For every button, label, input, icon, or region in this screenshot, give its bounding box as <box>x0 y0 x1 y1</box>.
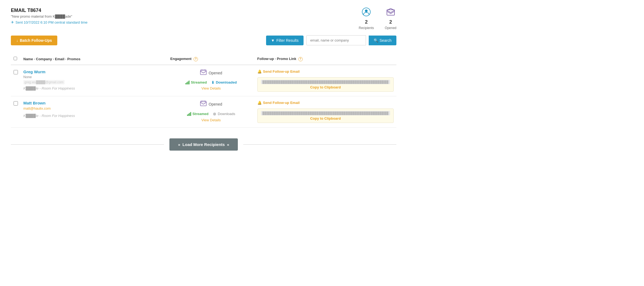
batch-arrow-icon: ↓ <box>16 38 18 43</box>
row2-name[interactable]: Matt Brown <box>23 101 165 105</box>
opened-label: Opened <box>385 26 396 30</box>
load-more-chevron-left: » <box>178 142 180 147</box>
row2-streamed-badge: Streamed <box>187 112 209 116</box>
load-more-line-left <box>11 144 164 145</box>
row1-send-followup[interactable]: 🔔 Send Follow-up Email <box>257 69 394 74</box>
recipients-label: Recipients <box>359 26 374 30</box>
row1-followup-cell: 🔔 Send Follow-up Email █████████████████… <box>255 65 396 96</box>
row1-streamed-badge: Streamed <box>185 80 207 84</box>
email-info: EMAIL T8674 "New promo material from K██… <box>11 8 87 24</box>
opened-envelope-icon <box>200 69 207 77</box>
row1-streamed-label: Streamed <box>191 80 207 84</box>
row1-view-details[interactable]: View Details <box>170 86 252 90</box>
search-input[interactable] <box>306 35 366 45</box>
row2-check-cell <box>11 96 21 127</box>
load-more-button[interactable]: » Load More Recipients « <box>169 138 238 151</box>
svg-point-1 <box>365 9 368 12</box>
row1-name[interactable]: Greg Wurm <box>23 69 165 74</box>
row1-check-cell <box>11 65 21 96</box>
table-row: Greg Wurm None greg.wu████@gmail.com K██… <box>11 65 396 96</box>
row1-promo-url: ████████████████████████████████████████… <box>261 80 390 84</box>
download-icon: ⬇ <box>211 80 214 85</box>
toolbar: ↓ Batch Follow-Ups ▼ Filter Results 🔍 Se… <box>11 35 396 45</box>
row2-view-details[interactable]: View Details <box>170 118 252 122</box>
load-more-label: Load More Recipients <box>182 142 225 147</box>
row1-name-cell: Greg Wurm None greg.wu████@gmail.com K██… <box>21 65 168 96</box>
row2-downloads-badge: ⊗ Downloads <box>213 112 235 116</box>
svg-rect-4 <box>200 102 206 106</box>
row1-opened-row: Opened <box>170 69 252 77</box>
select-all-checkbox[interactable] <box>14 57 17 60</box>
engagement-col-label: Engagement <box>170 57 191 61</box>
row1-opened-text: Opened <box>209 71 222 75</box>
table-header: Name · Company · Email · Promos Engageme… <box>11 53 396 65</box>
opened-icon <box>386 8 395 18</box>
row1-downloaded-label: Downloaded <box>216 80 237 84</box>
row2-downloaded-label: Downloads <box>218 112 235 116</box>
batch-followups-button[interactable]: ↓ Batch Follow-Ups <box>11 36 57 45</box>
row1-engagement-cell: Opened Streamed <box>168 65 254 96</box>
row2-media-row: Streamed ⊗ Downloads <box>170 112 252 116</box>
followup-col-label: Follow-up · Promo Link <box>257 57 296 61</box>
svg-rect-3 <box>200 71 206 75</box>
recipients-icon <box>362 8 371 18</box>
row2-followup-label: Send Follow-up Email <box>263 101 300 105</box>
recipients-list: Greg Wurm None greg.wu████@gmail.com K██… <box>11 65 396 128</box>
row1-copy-clipboard[interactable]: Copy to Clipboard <box>261 85 390 89</box>
filter-results-button[interactable]: ▼ Filter Results <box>266 36 304 45</box>
row2-engagement-cell: Opened Streamed <box>168 96 254 127</box>
batch-followups-label: Batch Follow-Ups <box>20 38 52 43</box>
row2-copy-clipboard[interactable]: Copy to Clipboard <box>261 116 390 120</box>
load-more-row: » Load More Recipients « <box>11 138 396 161</box>
row1-downloaded-badge: ⬇ Downloaded <box>211 80 237 85</box>
select-all-header <box>11 53 21 65</box>
bell-icon-2: 🔔 <box>257 101 262 105</box>
row1-media-row: Streamed ⬇ Downloaded <box>170 80 252 85</box>
page-header: EMAIL T8674 "New promo material from K██… <box>11 8 396 30</box>
row1-promo: K████le - Room For Happiness <box>23 86 165 90</box>
row2-followup-cell: 🔔 Send Follow-up Email █████████████████… <box>255 96 396 127</box>
engagement-help-icon[interactable]: ? <box>194 57 198 61</box>
filter-results-label: Filter Results <box>276 38 299 43</box>
streamed-bar-icon-2 <box>187 112 191 116</box>
row2-streamed-label: Streamed <box>192 112 209 116</box>
engagement-column-header: Engagement ? <box>168 53 254 65</box>
name-col-label: Name · Company · Email · Promos <box>23 57 80 61</box>
row2-promo-link-box: ████████████████████████████████████████… <box>257 109 394 123</box>
opened-envelope-icon-2 <box>200 101 207 108</box>
followup-column-header: Follow-up · Promo Link ? <box>255 53 396 65</box>
recipients-count: 2 <box>365 19 368 25</box>
header-stats: 2 Recipients 2 Opened <box>359 8 396 30</box>
row2-email: matt@haulix.com <box>23 106 165 110</box>
row2-opened-text: Opened <box>209 102 222 106</box>
row2-opened-row: Opened <box>170 101 252 108</box>
row1-company: None <box>23 75 165 79</box>
row1-followup-label: Send Follow-up Email <box>263 69 300 74</box>
search-button[interactable]: 🔍 Search <box>369 36 396 45</box>
load-more-line-right <box>243 144 396 145</box>
row2-checkbox[interactable] <box>14 101 18 106</box>
email-sent: ✈ Sent 10/7/2022 6:10 PM central standar… <box>11 20 87 24</box>
filter-icon: ▼ <box>271 38 275 43</box>
row1-promo-link-box: ████████████████████████████████████████… <box>257 77 394 92</box>
sent-text: Sent 10/7/2022 6:10 PM central standard … <box>15 20 87 24</box>
email-title: EMAIL T8674 <box>11 8 87 13</box>
search-icon: 🔍 <box>374 38 378 43</box>
row2-promo-url: ████████████████████████████████████████… <box>261 111 390 115</box>
name-column-header: Name · Company · Email · Promos <box>21 53 168 65</box>
search-label: Search <box>380 38 392 43</box>
send-icon: ✈ <box>11 20 14 24</box>
streamed-bar-icon <box>185 81 190 84</box>
bell-icon: 🔔 <box>257 69 262 74</box>
followup-help-icon[interactable]: ? <box>298 57 303 61</box>
table-row: Matt Brown matt@haulix.com K████le - Roo… <box>11 96 396 127</box>
row2-name-cell: Matt Brown matt@haulix.com K████le - Roo… <box>21 96 168 127</box>
row2-send-followup[interactable]: 🔔 Send Follow-up Email <box>257 101 394 105</box>
row1-checkbox[interactable] <box>14 70 18 74</box>
row2-promo: K████le - Room For Happiness <box>23 114 165 118</box>
toolbar-right: ▼ Filter Results 🔍 Search <box>266 35 396 45</box>
load-more-chevron-right: « <box>227 142 229 147</box>
row1-email: greg.wu████@gmail.com <box>23 80 165 84</box>
email-subject: "New promo material from K████ade" <box>11 14 87 18</box>
opened-stat: 2 Opened <box>385 8 396 30</box>
